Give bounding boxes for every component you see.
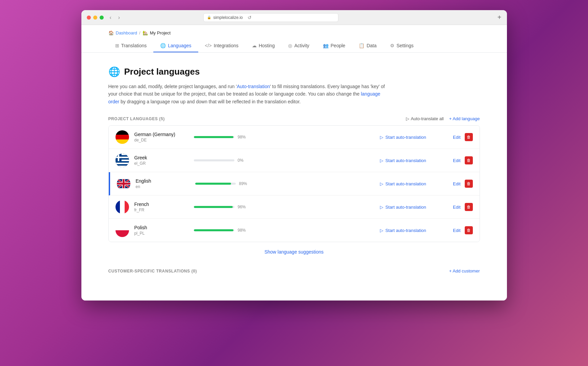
people-icon: 👥 xyxy=(323,43,329,48)
lang-info-pl: Polish pl_PL xyxy=(134,225,188,236)
page-description: Here you can add, modify, delete project… xyxy=(108,83,385,105)
description-text-1: Here you can add, modify, delete project… xyxy=(108,84,237,89)
language-row-de: German (Germany) de_DE 98% ▷ Start auto-… xyxy=(109,126,480,149)
show-suggestions-link[interactable]: Show language suggestions xyxy=(264,249,324,255)
refresh-button[interactable]: ↺ xyxy=(248,15,252,20)
browser-window: ‹ › 🔒 simplelocalize.io ↺ + 🏠 Dashboard … xyxy=(81,10,507,300)
start-auto-translation-de[interactable]: ▷ Start auto-translation xyxy=(380,135,448,140)
delete-button-en[interactable]: 🗑 xyxy=(465,180,473,188)
section-actions: ▷ Auto-translate all + Add language xyxy=(406,116,480,121)
edit-button-en[interactable]: Edit xyxy=(453,181,460,186)
svg-rect-5 xyxy=(116,166,129,167)
url-text: simplelocalize.io xyxy=(213,15,242,20)
tab-data[interactable]: 📋 Data xyxy=(352,40,383,52)
edit-button-de[interactable]: Edit xyxy=(453,135,460,140)
languages-section-title: PROJECT LANGUAGES (5) xyxy=(108,116,165,121)
app-header: 🏠 Dashboard / 🏡 My Project ⊞ Translation… xyxy=(81,25,507,53)
tab-hosting[interactable]: ☁ Hosting xyxy=(245,40,281,52)
close-button[interactable] xyxy=(87,16,91,20)
breadcrumb-separator: / xyxy=(139,30,140,35)
auto-translate-all-button[interactable]: ▷ Auto-translate all xyxy=(406,116,444,121)
lang-name-pl: Polish xyxy=(134,225,188,230)
add-language-label: + Add language xyxy=(449,116,480,121)
progress-pct-pl: 98% xyxy=(238,228,248,233)
tab-translations-label: Translations xyxy=(121,43,147,48)
tab-integrations[interactable]: </> Integrations xyxy=(198,40,245,52)
tab-people[interactable]: 👥 People xyxy=(316,40,352,52)
auto-translation-link[interactable]: Auto-translation xyxy=(237,84,270,89)
minimize-button[interactable] xyxy=(93,16,97,20)
lang-code-pl: pl_PL xyxy=(134,231,188,236)
project-icon: 🏡 xyxy=(143,30,148,35)
tab-languages[interactable]: 🌐 Languages xyxy=(153,40,198,52)
new-tab-button[interactable]: + xyxy=(497,14,502,21)
page-title: Project languages xyxy=(124,67,200,77)
progress-bar-bg-de xyxy=(194,136,234,138)
address-bar[interactable]: 🔒 simplelocalize.io ↺ xyxy=(203,13,338,22)
tab-translations[interactable]: ⊞ Translations xyxy=(108,40,154,52)
flag-polish xyxy=(116,224,129,237)
tab-activity[interactable]: ◎ Activity xyxy=(281,40,316,52)
flag-english xyxy=(117,177,130,190)
auto-translate-label-en: Start auto-translation xyxy=(385,181,426,186)
delete-button-fr[interactable]: 🗑 xyxy=(465,203,473,211)
language-list: German (Germany) de_DE 98% ▷ Start auto-… xyxy=(108,125,480,242)
activity-icon: ◎ xyxy=(288,43,292,48)
breadcrumb: 🏠 Dashboard / 🏡 My Project xyxy=(108,30,480,35)
breadcrumb-dashboard-link[interactable]: Dashboard xyxy=(116,30,137,35)
settings-icon: ⚙ xyxy=(390,43,394,48)
edit-button-el[interactable]: Edit xyxy=(453,158,460,163)
maximize-button[interactable] xyxy=(100,16,104,20)
auto-translate-label-el: Start auto-translation xyxy=(385,158,426,163)
language-row-pl: Polish pl_PL 98% ▷ Start auto-translatio… xyxy=(109,219,480,242)
start-auto-translation-pl[interactable]: ▷ Start auto-translation xyxy=(380,228,448,233)
progress-bar-bg-pl xyxy=(194,229,234,231)
play-icon-de: ▷ xyxy=(380,135,383,140)
start-auto-translation-fr[interactable]: ▷ Start auto-translation xyxy=(380,205,448,210)
languages-icon: 🌐 xyxy=(160,43,166,48)
lang-name-el: Greek xyxy=(134,155,188,160)
edit-button-pl[interactable]: Edit xyxy=(453,228,460,233)
auto-translate-label-fr: Start auto-translation xyxy=(385,205,426,210)
play-icon-el: ▷ xyxy=(380,158,383,163)
progress-area-pl: 98% xyxy=(194,228,375,233)
description-text-3: by dragging a language row up and down t… xyxy=(119,99,301,104)
row-actions-fr: Edit 🗑 xyxy=(453,203,472,211)
add-customer-button[interactable]: + Add customer xyxy=(449,268,480,273)
progress-bar-fill-fr xyxy=(194,206,233,208)
auto-translate-all-label: Auto-translate all xyxy=(411,116,444,121)
add-language-button[interactable]: + Add language xyxy=(449,116,480,121)
start-auto-translation-el[interactable]: ▷ Start auto-translation xyxy=(380,158,448,163)
tab-activity-label: Activity xyxy=(294,43,309,48)
forward-button[interactable]: › xyxy=(116,14,122,21)
lang-code-en: en xyxy=(136,184,190,189)
lang-info-el: Greek el_GR xyxy=(134,155,188,166)
lang-name-fr: French xyxy=(134,202,188,207)
lang-name-de: German (Germany) xyxy=(134,132,188,137)
customer-section-header: CUSTOMER-SPECIFIC TRANSLATIONS (0) + Add… xyxy=(108,268,480,273)
row-actions-de: Edit 🗑 xyxy=(453,133,472,141)
lang-info-fr: French fr_FR xyxy=(134,202,188,212)
progress-area-fr: 96% xyxy=(194,205,375,209)
page-title-row: 🌐 Project languages xyxy=(108,66,480,77)
globe-icon: 🌐 xyxy=(108,66,120,77)
start-auto-translation-en[interactable]: ▷ Start auto-translation xyxy=(380,181,448,186)
tab-nav: ⊞ Translations 🌐 Languages </> Integrati… xyxy=(108,40,480,52)
progress-bar-bg-en xyxy=(195,183,236,185)
tab-settings[interactable]: ⚙ Settings xyxy=(383,40,420,52)
delete-button-pl[interactable]: 🗑 xyxy=(465,226,473,234)
auto-translate-label-de: Start auto-translation xyxy=(385,135,426,140)
play-icon-fr: ▷ xyxy=(380,205,383,210)
back-button[interactable]: ‹ xyxy=(108,14,113,21)
translations-icon: ⊞ xyxy=(115,43,119,48)
progress-bar-fill-de xyxy=(194,136,234,138)
lang-code-el: el_GR xyxy=(134,161,188,166)
edit-button-fr[interactable]: Edit xyxy=(453,205,460,210)
row-actions-el: Edit 🗑 xyxy=(453,156,472,164)
tab-people-label: People xyxy=(331,43,346,48)
delete-button-el[interactable]: 🗑 xyxy=(465,156,473,164)
flag-german xyxy=(116,130,129,144)
delete-button-de[interactable]: 🗑 xyxy=(465,133,473,141)
traffic-lights xyxy=(87,16,104,20)
lang-code-fr: fr_FR xyxy=(134,208,188,212)
